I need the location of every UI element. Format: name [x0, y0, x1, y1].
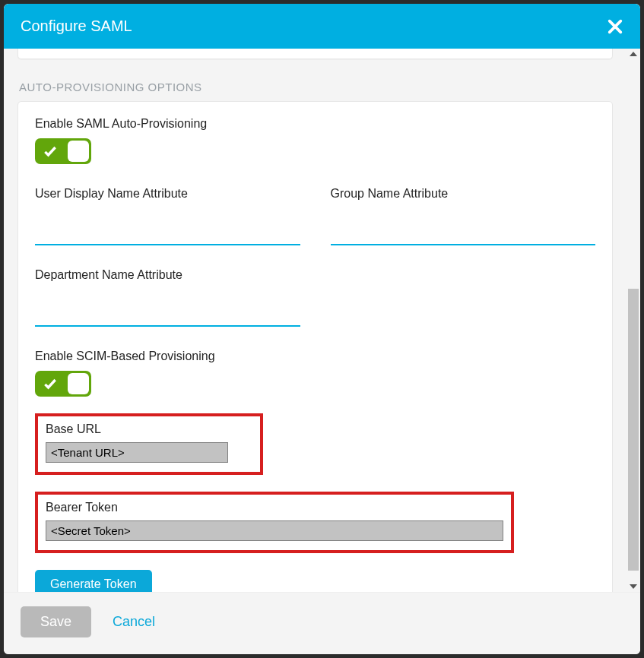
bearer-token-highlight: Bearer Token <Secret Token> — [35, 492, 514, 553]
modal-body: AUTO-PROVISIONING OPTIONS Enable SAML Au… — [4, 49, 627, 592]
auto-provisioning-card: Enable SAML Auto-Provisioning User Displ… — [17, 101, 613, 592]
base-url-value[interactable]: <Tenant URL> — [46, 442, 228, 463]
cancel-button[interactable]: Cancel — [113, 614, 155, 630]
enable-scim-label: Enable SCIM-Based Provisioning — [35, 350, 595, 363]
scroll-thumb[interactable] — [628, 289, 639, 571]
dept-name-input[interactable] — [35, 303, 300, 327]
base-url-highlight: Base URL <Tenant URL> — [35, 413, 263, 475]
group-name-label: Group Name Attribute — [331, 187, 596, 201]
enable-scim-toggle[interactable] — [35, 371, 91, 397]
enable-saml-toggle[interactable] — [35, 138, 91, 164]
scroll-track[interactable] — [628, 59, 639, 581]
modal-body-wrap: AUTO-PROVISIONING OPTIONS Enable SAML Au… — [4, 49, 640, 592]
user-display-name-label: User Display Name Attribute — [35, 187, 300, 201]
bearer-token-label: Bearer Token — [46, 501, 503, 514]
attr-row-2: Department Name Attribute — [35, 268, 595, 327]
modal-title: Configure SAML — [21, 17, 132, 35]
check-icon — [43, 376, 58, 391]
group-name-input[interactable] — [331, 222, 596, 245]
scroll-down-icon[interactable] — [630, 584, 637, 589]
base-url-label: Base URL — [46, 422, 252, 436]
scrollbar[interactable] — [627, 49, 640, 592]
check-icon — [43, 144, 58, 159]
attr-row-1: User Display Name Attribute Group Name A… — [35, 187, 595, 245]
configure-saml-modal: Configure SAML AUTO-PROVISIONING OPTIONS… — [4, 4, 640, 654]
dept-name-label: Department Name Attribute — [35, 268, 300, 282]
enable-saml-label: Enable SAML Auto-Provisioning — [35, 117, 595, 131]
modal-header: Configure SAML — [4, 4, 640, 49]
modal-footer: Save Cancel — [4, 592, 640, 654]
toggle-knob — [68, 373, 89, 394]
close-icon[interactable] — [607, 18, 623, 35]
generate-token-button[interactable]: Generate Token — [35, 570, 152, 592]
toggle-knob — [68, 141, 89, 162]
section-title: AUTO-PROVISIONING OPTIONS — [19, 81, 613, 93]
scroll-up-icon[interactable] — [630, 52, 637, 56]
save-button[interactable]: Save — [21, 606, 91, 637]
bearer-token-value[interactable]: <Secret Token> — [46, 520, 503, 541]
previous-card-edge — [17, 49, 613, 59]
user-display-name-input[interactable] — [35, 222, 300, 245]
